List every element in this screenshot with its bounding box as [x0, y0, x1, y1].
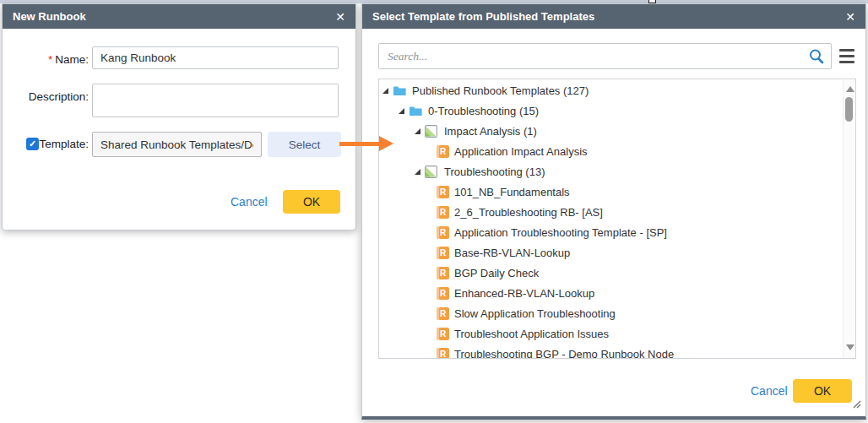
connector-arrow	[339, 136, 393, 151]
tree-item[interactable]: R101_NB_Fundamentals	[379, 182, 855, 202]
cancel-button[interactable]: Cancel	[751, 384, 788, 398]
tree-item-label: Application Impact Analysis	[454, 145, 588, 158]
close-icon[interactable]: ✕	[335, 11, 345, 23]
runbook-icon: R	[437, 307, 449, 320]
tree-item-label: 0-Troubleshooting (15)	[428, 105, 539, 117]
ok-button[interactable]: OK	[283, 190, 340, 214]
tree-item[interactable]: RApplication Troubleshooting Template - …	[379, 222, 855, 242]
scrollbar-thumb[interactable]	[845, 97, 853, 122]
tree-item-label: Impact Analysis (1)	[444, 125, 537, 138]
tree-item[interactable]: REnhanced-RB-VLAN-Lookup	[379, 283, 855, 303]
category-icon	[425, 165, 439, 178]
tree-item[interactable]: RTroubleshoot Application Issues	[379, 323, 855, 344]
runbook-icon: R	[437, 267, 449, 279]
tree-item[interactable]: 0-Troubleshooting (15)	[379, 100, 855, 121]
template-path-field[interactable]	[92, 132, 262, 157]
select-template-button[interactable]: Select	[268, 132, 341, 157]
tree-item[interactable]: Troubleshooting (13)	[379, 161, 855, 182]
search-box	[378, 43, 832, 69]
folder-icon	[393, 84, 407, 97]
runbook-icon: R	[437, 145, 449, 158]
new-runbook-title: New Runbook	[13, 10, 86, 23]
tree-item[interactable]: RSlow Application Troubleshooting	[379, 303, 855, 323]
tree-scrollbar[interactable]	[843, 80, 854, 358]
description-field[interactable]	[92, 84, 339, 117]
search-icon[interactable]	[802, 48, 831, 65]
select-template-titlebar[interactable]: Select Template from Published Templates…	[362, 4, 865, 29]
tree-rows: Published Runbook Templates (127)0-Troub…	[379, 80, 855, 359]
tree-item-label: 2_6_Troubleshooting RB- [AS]	[454, 206, 603, 219]
runbook-icon: R	[437, 348, 449, 360]
name-field[interactable]	[92, 46, 339, 69]
expand-caret-icon[interactable]	[415, 169, 420, 175]
tree-item-label: Enhanced-RB-VLAN-Lookup	[454, 287, 594, 300]
menu-icon[interactable]	[839, 49, 854, 63]
expand-caret-icon[interactable]	[415, 128, 420, 134]
template-label: Template:	[9, 138, 89, 150]
scroll-down-icon[interactable]	[846, 344, 854, 350]
tree-item-label: Base-RB-VLAN-Lookup	[454, 247, 570, 259]
tree-item-label: Slow Application Troubleshooting	[454, 307, 616, 320]
close-icon[interactable]: ✕	[845, 11, 855, 23]
expand-caret-icon[interactable]	[382, 88, 388, 94]
tree-item[interactable]: Impact Analysis (1)	[379, 121, 855, 141]
expand-caret-icon[interactable]	[399, 108, 404, 114]
tree-item[interactable]: RBGP Daily Check	[379, 263, 855, 283]
scroll-up-icon[interactable]	[846, 86, 854, 92]
category-icon	[425, 124, 439, 138]
new-runbook-titlebar[interactable]: New Runbook ✕	[3, 4, 355, 29]
resize-grip-icon[interactable]	[852, 397, 861, 412]
folder-icon	[409, 104, 423, 117]
tree-item[interactable]: R2_6_Troubleshooting RB- [AS]	[379, 202, 855, 222]
tree-item-label: Application Troubleshooting Template - […	[454, 226, 667, 239]
runbook-icon: R	[437, 226, 449, 239]
name-label: *Name:	[9, 53, 89, 66]
new-runbook-dialog: New Runbook ✕ *Name: Description: ✓ Temp…	[2, 3, 356, 230]
arrow-shaft	[339, 142, 379, 146]
runbook-icon: R	[437, 287, 449, 300]
runbook-icon: R	[437, 328, 449, 340]
runbook-icon: R	[437, 186, 449, 198]
tree-item-label: Published Runbook Templates (127)	[412, 84, 589, 97]
cancel-button[interactable]: Cancel	[231, 195, 268, 209]
arrow-head-icon	[379, 136, 393, 151]
template-tree: Published Runbook Templates (127)0-Troub…	[378, 79, 856, 359]
tree-item-label: Troubleshooting BGP - Demo Runbook Node	[454, 348, 674, 360]
required-asterisk: *	[48, 53, 52, 66]
tree-item-label: BGP Daily Check	[454, 267, 539, 279]
tree-item[interactable]: RApplication Impact Analysis	[379, 141, 855, 161]
description-label: Description:	[9, 90, 89, 103]
runbook-icon: R	[437, 206, 449, 219]
runbook-icon: R	[437, 247, 449, 259]
select-template-title: Select Template from Published Templates	[372, 10, 594, 23]
ok-button[interactable]: OK	[793, 379, 852, 403]
tree-item-label: Troubleshooting (13)	[444, 165, 545, 178]
search-input[interactable]	[379, 44, 802, 68]
tree-item-label: 101_NB_Fundamentals	[454, 186, 570, 198]
tree-item[interactable]: RTroubleshooting BGP - Demo Runbook Node	[379, 344, 855, 359]
tree-item-label: Troubleshoot Application Issues	[454, 328, 609, 340]
tree-item[interactable]: RBase-RB-VLAN-Lookup	[379, 242, 855, 263]
tree-item[interactable]: Published Runbook Templates (127)	[379, 80, 855, 100]
select-template-dialog: Select Template from Published Templates…	[361, 3, 866, 420]
